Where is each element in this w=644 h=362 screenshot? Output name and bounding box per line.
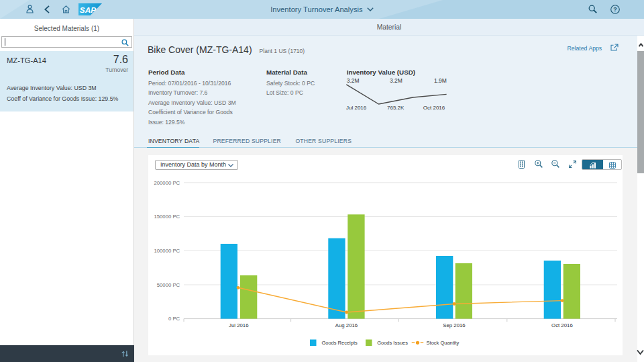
svg-text:100000 PC: 100000 PC [154, 248, 180, 254]
svg-text:?: ? [613, 6, 617, 13]
svg-text:150000 PC: 150000 PC [154, 214, 180, 220]
svg-text:Jul 2016: Jul 2016 [229, 322, 248, 328]
svg-text:1.9M: 1.9M [434, 77, 447, 84]
svg-text:3.2M: 3.2M [347, 77, 360, 84]
svg-text:Oct 2016: Oct 2016 [551, 322, 573, 328]
svg-text:3.2M: 3.2M [390, 77, 402, 84]
svg-text:Sep 2016: Sep 2016 [443, 322, 465, 328]
svg-text:Jul 2016: Jul 2016 [346, 105, 367, 111]
svg-text:Aug 2016: Aug 2016 [335, 322, 358, 328]
svg-text:Oct 2016: Oct 2016 [423, 105, 445, 111]
svg-text:50000 PC: 50000 PC [157, 282, 180, 288]
svg-text:765.2K: 765.2K [387, 105, 405, 111]
svg-text:200000 PC: 200000 PC [154, 180, 180, 186]
svg-text:Goods Issues: Goods Issues [377, 340, 408, 346]
svg-text:Stock Quantity: Stock Quantity [427, 340, 460, 346]
svg-text:Goods Receipts: Goods Receipts [321, 340, 358, 346]
svg-text:0 PC: 0 PC [168, 316, 180, 322]
